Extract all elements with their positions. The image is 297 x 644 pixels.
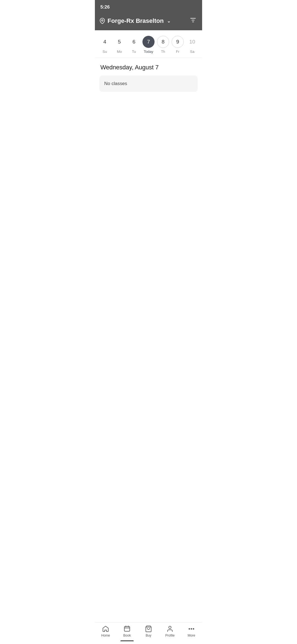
day-label-7: Today [144, 50, 153, 54]
day-label-6: Tu [132, 50, 136, 54]
calendar-day-9[interactable]: 9 Fr [171, 36, 184, 54]
day-label-9: Fr [176, 50, 179, 54]
day-number-8: 8 [157, 36, 169, 48]
filter-button[interactable] [189, 17, 197, 25]
calendar-day-8[interactable]: 8 Th [156, 36, 170, 54]
status-bar: 5:26 [95, 0, 202, 14]
day-label-10: Sa [190, 50, 194, 54]
calendar-day-7[interactable]: 7 Today [142, 36, 155, 54]
day-label-4: Su [103, 50, 107, 54]
day-number-4: 4 [99, 36, 111, 48]
calendar-strip: 4 Su 5 Mo 6 Tu 7 Today 8 Th 9 Fr 10 Sa [95, 30, 202, 58]
main-content [95, 92, 202, 230]
header: Forge-Rx Braselton ⌄ [95, 14, 202, 30]
calendar-day-10[interactable]: 10 Sa [186, 36, 199, 54]
location-name: Forge-Rx Braselton [108, 17, 164, 24]
filter-icon [189, 17, 197, 24]
day-number-5: 5 [113, 36, 125, 48]
svg-point-0 [101, 20, 103, 21]
day-number-10: 10 [186, 36, 198, 48]
day-label-8: Th [161, 50, 165, 54]
calendar-day-4[interactable]: 4 Su [98, 36, 111, 54]
location-selector[interactable]: Forge-Rx Braselton ⌄ [99, 17, 170, 24]
chevron-down-icon: ⌄ [167, 18, 170, 24]
day-number-7: 7 [142, 36, 155, 48]
calendar-day-6[interactable]: 6 Tu [127, 36, 141, 54]
status-time: 5:26 [100, 4, 110, 10]
location-pin-icon [99, 18, 105, 24]
date-heading: Wednesday, August 7 [95, 58, 202, 75]
calendar-day-5[interactable]: 5 Mo [113, 36, 126, 54]
no-classes-card: No classes [99, 75, 198, 92]
no-classes-text: No classes [104, 81, 127, 86]
day-number-6: 6 [128, 36, 140, 48]
day-label-5: Mo [117, 50, 122, 54]
day-number-9: 9 [172, 36, 184, 48]
